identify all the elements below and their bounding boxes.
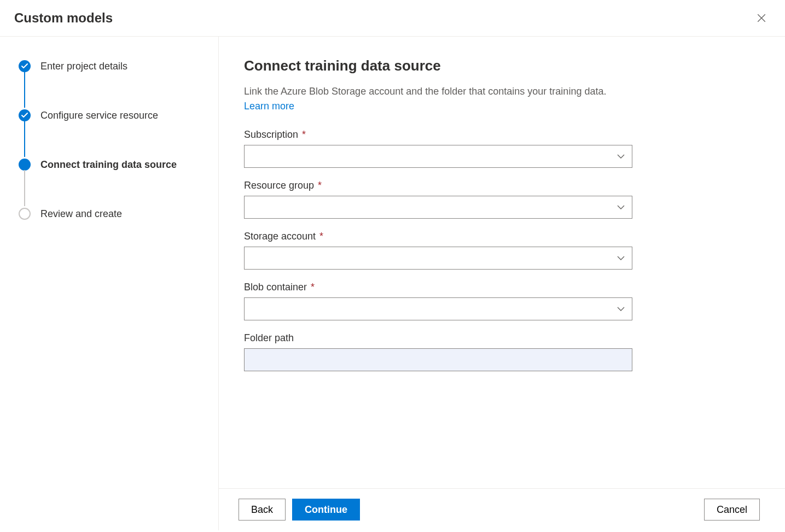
step-label: Enter project details <box>40 61 127 72</box>
required-asterisk: * <box>315 180 322 191</box>
folder-path-input[interactable] <box>244 348 632 371</box>
required-asterisk: * <box>308 282 315 293</box>
check-icon <box>19 109 31 121</box>
check-icon <box>19 60 31 72</box>
required-asterisk: * <box>317 231 323 242</box>
form-area: Connect training data source Link the Az… <box>219 37 785 488</box>
storage-account-select[interactable] <box>244 247 632 270</box>
dialog-header: Custom models <box>0 0 785 37</box>
subscription-select[interactable] <box>244 145 632 168</box>
label-text: Subscription <box>244 129 298 140</box>
step-label: Review and create <box>40 208 122 220</box>
folder-path-label: Folder path <box>244 332 632 344</box>
label-text: Blob container <box>244 282 307 293</box>
resource-group-label: Resource group * <box>244 180 632 191</box>
select-value <box>244 297 632 320</box>
step-label: Configure service resource <box>40 110 158 121</box>
page-title: Custom models <box>14 10 113 26</box>
label-text: Folder path <box>244 332 294 343</box>
step-enter-project-details[interactable]: Enter project details <box>19 59 207 74</box>
field-blob-container: Blob container * <box>244 282 632 320</box>
label-text: Storage account <box>244 231 316 242</box>
main-panel: Connect training data source Link the Az… <box>219 37 785 530</box>
current-step-icon <box>19 159 31 171</box>
form-title: Connect training data source <box>244 57 760 74</box>
blob-container-label: Blob container * <box>244 282 632 293</box>
blob-container-select[interactable] <box>244 297 632 320</box>
field-resource-group: Resource group * <box>244 180 632 219</box>
field-folder-path: Folder path <box>244 332 632 371</box>
form-description: Link the Azure Blob Storage account and … <box>244 84 616 114</box>
footer-left-group: Back Continue <box>239 499 360 521</box>
resource-group-select[interactable] <box>244 196 632 219</box>
select-value <box>244 247 632 270</box>
step-connector <box>24 121 25 157</box>
cancel-button[interactable]: Cancel <box>704 499 760 521</box>
required-asterisk: * <box>299 129 306 140</box>
select-value <box>244 145 632 168</box>
step-configure-service-resource[interactable]: Configure service resource <box>19 108 207 123</box>
step-connector <box>24 170 25 206</box>
step-connector <box>24 72 25 108</box>
close-icon <box>757 13 766 23</box>
back-button[interactable]: Back <box>239 499 286 521</box>
form-description-text: Link the Azure Blob Storage account and … <box>244 86 606 97</box>
label-text: Resource group <box>244 180 314 191</box>
field-storage-account: Storage account * <box>244 231 632 270</box>
close-button[interactable] <box>753 10 770 26</box>
field-subscription: Subscription * <box>244 129 632 168</box>
wizard-steps-nav: Enter project details Configure service … <box>0 37 219 530</box>
continue-button[interactable]: Continue <box>292 499 360 521</box>
learn-more-link[interactable]: Learn more <box>244 101 294 112</box>
step-review-and-create[interactable]: Review and create <box>19 206 207 221</box>
wizard-footer: Back Continue Cancel <box>219 488 785 530</box>
upcoming-step-icon <box>19 208 31 220</box>
step-label: Connect training data source <box>40 159 177 171</box>
step-connect-training-data-source[interactable]: Connect training data source <box>19 157 207 172</box>
select-value <box>244 196 632 219</box>
subscription-label: Subscription * <box>244 129 632 141</box>
storage-account-label: Storage account * <box>244 231 632 242</box>
